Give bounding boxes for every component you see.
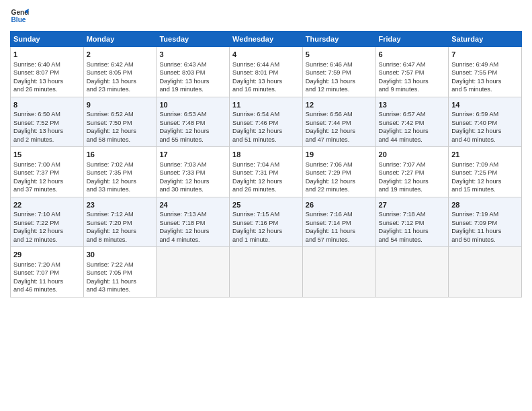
day-info-line: Sunrise: 7:12 AM	[87, 210, 154, 218]
day-info-line: and 9 minutes.	[379, 85, 446, 93]
day-info-line: Sunset: 7:37 PM	[13, 169, 81, 177]
calendar-cell: 2Sunrise: 6:42 AMSunset: 8:05 PMDaylight…	[83, 47, 157, 97]
col-header-saturday: Saturday	[449, 32, 522, 47]
calendar-cell: 23Sunrise: 7:12 AMSunset: 7:20 PMDayligh…	[83, 197, 157, 247]
day-info-line: Daylight: 12 hours	[159, 177, 226, 185]
day-info-line: and 22 minutes.	[306, 185, 373, 193]
day-info-line: Sunset: 7:09 PM	[451, 219, 519, 227]
day-info-line: and 12 minutes.	[13, 236, 81, 244]
calendar-cell: 7Sunrise: 6:49 AMSunset: 7:55 PMDaylight…	[449, 47, 522, 97]
day-info-line: Sunrise: 7:09 AM	[451, 161, 519, 169]
calendar-cell: 14Sunrise: 6:59 AMSunset: 7:40 PMDayligh…	[449, 97, 522, 147]
day-info-line: Sunrise: 6:53 AM	[159, 110, 226, 118]
day-info-line: Daylight: 11 hours	[306, 227, 373, 235]
day-info-line: Daylight: 13 hours	[13, 127, 81, 135]
day-number: 1	[13, 50, 81, 60]
col-header-thursday: Thursday	[302, 32, 375, 47]
day-info-line: Sunrise: 7:13 AM	[159, 210, 226, 218]
calendar-cell: 21Sunrise: 7:09 AMSunset: 7:25 PMDayligh…	[449, 147, 522, 197]
day-info-line: and 19 minutes.	[159, 85, 226, 93]
day-number: 2	[87, 50, 154, 60]
day-number: 3	[159, 50, 226, 60]
day-info-line: Daylight: 12 hours	[232, 227, 300, 235]
day-info-line: Sunset: 7:42 PM	[379, 119, 446, 127]
calendar-cell: 16Sunrise: 7:02 AMSunset: 7:35 PMDayligh…	[83, 147, 157, 197]
day-number: 12	[306, 100, 373, 110]
day-info-line: Daylight: 12 hours	[379, 127, 446, 135]
day-number: 28	[451, 200, 519, 210]
calendar-cell	[230, 247, 303, 298]
calendar-cell: 9Sunrise: 6:52 AMSunset: 7:50 PMDaylight…	[83, 97, 157, 147]
day-info-line: and 5 minutes.	[451, 85, 519, 93]
day-info-line: Sunrise: 6:42 AM	[87, 60, 154, 68]
day-info-line: Sunset: 7:59 PM	[306, 68, 373, 77]
day-info-line: Sunrise: 7:22 AM	[87, 261, 154, 269]
calendar-cell: 17Sunrise: 7:03 AMSunset: 7:33 PMDayligh…	[157, 147, 230, 197]
calendar-cell: 30Sunrise: 7:22 AMSunset: 7:05 PMDayligh…	[83, 247, 157, 298]
day-number: 14	[451, 100, 519, 110]
day-number: 17	[159, 150, 226, 160]
day-number: 25	[232, 200, 300, 210]
day-info-line: Sunset: 7:27 PM	[379, 169, 446, 177]
day-number: 13	[379, 100, 446, 110]
calendar-cell: 19Sunrise: 7:06 AMSunset: 7:29 PMDayligh…	[302, 147, 375, 197]
col-header-tuesday: Tuesday	[157, 32, 230, 47]
day-number: 20	[379, 150, 446, 160]
day-info-line: Sunrise: 6:46 AM	[306, 60, 373, 68]
day-info-line: Sunset: 7:16 PM	[232, 219, 300, 227]
day-info-line: and 4 minutes.	[159, 236, 226, 244]
day-info-line: Sunrise: 6:50 AM	[13, 110, 81, 118]
day-number: 18	[232, 150, 300, 160]
day-info-line: Daylight: 13 hours	[451, 77, 519, 85]
day-number: 9	[87, 100, 154, 110]
calendar-cell: 4Sunrise: 6:44 AMSunset: 8:01 PMDaylight…	[230, 47, 303, 97]
calendar-cell: 28Sunrise: 7:19 AMSunset: 7:09 PMDayligh…	[449, 197, 522, 247]
day-info-line: Sunset: 7:29 PM	[306, 169, 373, 177]
day-number: 4	[232, 50, 300, 60]
day-number: 22	[13, 200, 81, 210]
day-info-line: Sunrise: 7:15 AM	[232, 210, 300, 218]
day-info-line: and 37 minutes.	[13, 185, 81, 193]
day-info-line: Sunrise: 7:00 AM	[13, 161, 81, 169]
day-info-line: and 8 minutes.	[87, 236, 154, 244]
day-number: 23	[87, 200, 154, 210]
logo-icon: General Blue	[10, 7, 29, 26]
day-number: 21	[451, 150, 519, 160]
calendar-cell: 1Sunrise: 6:40 AMSunset: 8:07 PMDaylight…	[11, 47, 84, 97]
calendar-cell: 22Sunrise: 7:10 AMSunset: 7:22 PMDayligh…	[11, 197, 84, 247]
day-info-line: Sunset: 7:12 PM	[379, 219, 446, 227]
day-info-line: Sunrise: 7:02 AM	[87, 161, 154, 169]
day-info-line: Sunrise: 6:57 AM	[379, 110, 446, 118]
day-info-line: Sunset: 7:50 PM	[87, 119, 154, 127]
day-number: 30	[87, 250, 154, 260]
calendar-cell	[449, 247, 522, 298]
calendar-cell	[157, 247, 230, 298]
day-info-line: Daylight: 12 hours	[87, 127, 154, 135]
day-info-line: Sunset: 7:25 PM	[451, 169, 519, 177]
day-info-line: Sunset: 7:31 PM	[232, 169, 300, 177]
day-number: 15	[13, 150, 81, 160]
day-info-line: Sunset: 8:07 PM	[13, 68, 81, 77]
day-info-line: Sunrise: 6:47 AM	[379, 60, 446, 68]
page-container: General Blue SundayMondayTuesdayWednesda…	[0, 0, 532, 304]
day-info-line: Daylight: 12 hours	[87, 227, 154, 235]
day-info-line: Sunset: 7:18 PM	[159, 219, 226, 227]
day-number: 6	[379, 50, 446, 60]
calendar-week-row: 8Sunrise: 6:50 AMSunset: 7:52 PMDaylight…	[11, 97, 522, 147]
day-info-line: and 33 minutes.	[87, 185, 154, 193]
day-info-line: Sunrise: 6:44 AM	[232, 60, 300, 68]
day-info-line: Daylight: 13 hours	[232, 77, 300, 85]
day-info-line: and 16 minutes.	[232, 85, 300, 93]
calendar-cell: 25Sunrise: 7:15 AMSunset: 7:16 PMDayligh…	[230, 197, 303, 247]
day-info-line: and 19 minutes.	[379, 185, 446, 193]
day-info-line: Daylight: 11 hours	[451, 227, 519, 235]
calendar-cell: 12Sunrise: 6:56 AMSunset: 7:44 PMDayligh…	[302, 97, 375, 147]
col-header-friday: Friday	[375, 32, 449, 47]
day-info-line: Sunset: 8:01 PM	[232, 68, 300, 77]
day-info-line: and 30 minutes.	[159, 185, 226, 193]
calendar-week-row: 22Sunrise: 7:10 AMSunset: 7:22 PMDayligh…	[11, 197, 522, 247]
day-info-line: Sunrise: 6:52 AM	[87, 110, 154, 118]
day-info-line: Daylight: 11 hours	[87, 277, 154, 285]
calendar-cell: 29Sunrise: 7:20 AMSunset: 7:07 PMDayligh…	[11, 247, 84, 298]
day-info-line: Daylight: 12 hours	[13, 177, 81, 185]
